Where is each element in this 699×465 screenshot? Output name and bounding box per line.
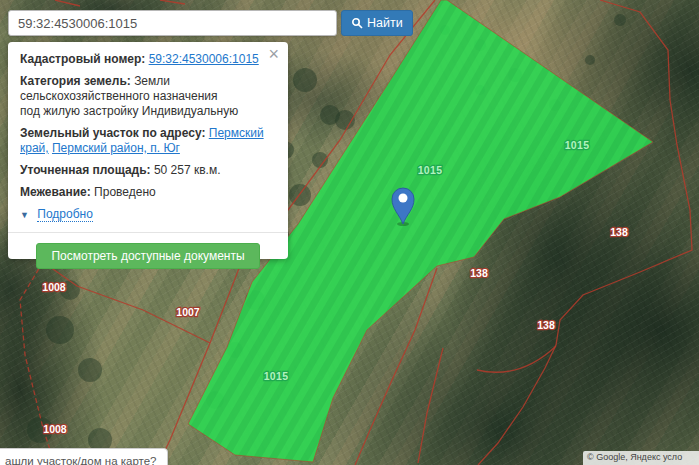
find-parcel-popup[interactable]: ашли участок/дом на карте? [0, 448, 168, 465]
survey-value: Проведено [94, 185, 156, 199]
close-icon[interactable]: × [268, 45, 279, 63]
parcel-number-label: 1015 [264, 370, 289, 382]
search-button[interactable]: Найти [341, 10, 413, 36]
survey-label: Межевание: [20, 185, 91, 199]
parcel-number-label: 138 [537, 319, 555, 331]
area-row: Уточненная площадь: 50 257 кв.м. [20, 163, 276, 178]
map-attribution[interactable]: © Google, Яндекс усло [583, 451, 699, 465]
land-use-value: под жилую застройку Индивидуальную [20, 104, 276, 119]
details-toggle[interactable]: ▼ Подробно [20, 207, 276, 223]
address-row: Земельный участок по адресу: Пермский кр… [20, 126, 276, 156]
cadastral-boundary-line [418, 348, 443, 463]
land-category-row: Категория земель: Земли сельскохозяйстве… [20, 74, 276, 119]
land-category-label: Категория земель: [20, 74, 131, 88]
parcel-number-label: 1007 [176, 306, 200, 318]
parcel-info-panel: × Кадастровый номер: 59:32:4530006:1015 … [8, 42, 288, 259]
cadastral-map-viewer: 101510151015138138138100710081008 Найти … [0, 0, 699, 465]
cadastral-number-row: Кадастровый номер: 59:32:4530006:1015 [20, 52, 276, 67]
address-district-link[interactable]: Пермский район, п. Юг [52, 141, 180, 155]
parcel-number-label: 1015 [565, 139, 590, 151]
details-link[interactable]: Подробно [37, 207, 93, 222]
panel-divider [8, 232, 288, 233]
parcel-number-label: 1008 [43, 423, 67, 435]
find-parcel-popup-text: ашли участок/дом на карте? [5, 455, 157, 465]
parcel-number-label: 1015 [418, 164, 443, 176]
area-label: Уточненная площадь: [20, 163, 151, 177]
search-input[interactable] [8, 10, 337, 36]
cadastral-number-label: Кадастровый номер: [20, 52, 145, 66]
address-label: Земельный участок по адресу: [20, 126, 205, 140]
cadastral-boundary-line [55, 0, 185, 6]
parcel-number-label: 138 [610, 226, 628, 238]
area-value: 50 257 кв.м. [154, 163, 221, 177]
search-icon [351, 17, 363, 29]
cadastral-number-link[interactable]: 59:32:4530006:1015 [149, 52, 259, 66]
search-button-label: Найти [367, 16, 403, 30]
parcel-number-label: 1008 [42, 281, 66, 293]
view-documents-button[interactable]: Посмотреть доступные документы [36, 243, 259, 269]
survey-row: Межевание: Проведено [20, 185, 276, 200]
parcel-number-label: 138 [470, 267, 488, 279]
map-attribution-text: © Google, Яндекс усло [587, 452, 682, 462]
chevron-down-icon: ▼ [20, 208, 29, 223]
